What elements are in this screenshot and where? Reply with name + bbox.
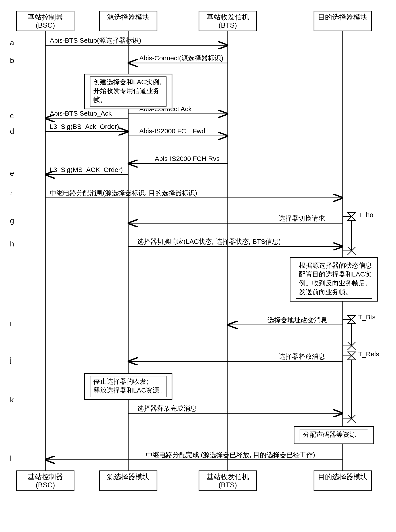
participant-label: 目的选择器模块: [318, 13, 367, 21]
note-0-line: 帧。: [93, 96, 107, 103]
participant-sublabel: (BSC): [36, 21, 55, 29]
note-1-line: 根据源选择器的状态信息: [299, 262, 372, 269]
note-1-line: 例。收到反向业务帧后,: [299, 279, 367, 287]
participant-label: 基站收发信机: [207, 13, 249, 21]
message-label: L3_Sig(BS_Ack_Order): [50, 123, 119, 130]
participant-label-bottom: 基站控制器: [28, 473, 63, 481]
message-label: Abis-IS2000 FCH Rvs: [155, 155, 220, 162]
row-label-l: l: [10, 454, 12, 462]
note-2-line: 释放选择器和LAC资源。: [93, 387, 166, 394]
row-label-e: e: [10, 169, 14, 177]
message-label: Abis-BTS Setup_Ack: [50, 110, 112, 117]
message-label: Abis-IS2000 FCH Fwd: [139, 127, 205, 135]
row-label-c: c: [10, 111, 14, 120]
note-0-line: 开始收发专用信道业务: [93, 87, 160, 94]
message-label: 中继电路分配消息(源选择器标识, 目的选择器标识): [50, 189, 197, 197]
participant-label-bottom: 源选择器模块: [107, 473, 150, 481]
timer-label-T_Bts: T_Bts: [358, 313, 375, 321]
message-label: 中继电路分配完成 (源选择器已释放, 目的选择器已经工作): [146, 451, 315, 458]
row-label-j: j: [10, 356, 12, 364]
participant-sublabel-bottom: (BTS): [218, 481, 237, 489]
timer-label-T_Rels: T_Rels: [358, 350, 379, 358]
message-label: 选择器释放完成消息: [137, 405, 197, 412]
message-label: 选择器切换响应(LAC状态, 选择器状态, BTS信息): [137, 238, 281, 245]
row-label-f: f: [10, 191, 12, 199]
message-label: 选择器地址改变消息: [268, 316, 327, 324]
row-label-d: d: [10, 127, 14, 135]
row-label-a: a: [10, 38, 14, 47]
message-label: 选择器释放消息: [279, 353, 325, 360]
participant-label-bottom: 基站收发信机: [207, 473, 249, 481]
note-1-line: 发送前向业务帧。: [299, 288, 352, 295]
message-label: Abis-BTS Setup(源选择器标识): [50, 37, 141, 44]
row-label-b: b: [10, 56, 14, 64]
participant-sublabel-bottom: (BSC): [36, 481, 55, 489]
message-label: 选择器切换请求: [279, 215, 325, 222]
participant-sublabel: (BTS): [218, 21, 237, 29]
row-label-i: i: [10, 319, 12, 328]
participant-label: 基站控制器: [28, 13, 63, 21]
note-3-line: 分配声码器等资源: [303, 431, 356, 438]
note-1-line: 配置目的选择器和LAC实: [299, 271, 372, 278]
note-2-line: 停止选择器的收发;: [93, 378, 148, 385]
row-label-k: k: [10, 395, 14, 404]
row-label-h: h: [10, 240, 14, 248]
row-label-g: g: [10, 216, 14, 225]
timer-label-T_ho: T_ho: [358, 211, 373, 218]
participant-label-bottom: 目的选择器模块: [318, 473, 367, 481]
note-0-line: 创建选择器和LAC实例,: [93, 78, 161, 86]
participant-label: 源选择器模块: [107, 13, 150, 21]
message-label: L3_Sig(MS_ACK_Order): [50, 166, 123, 173]
message-label: Abis-Connect(源选择器标识): [139, 54, 223, 62]
